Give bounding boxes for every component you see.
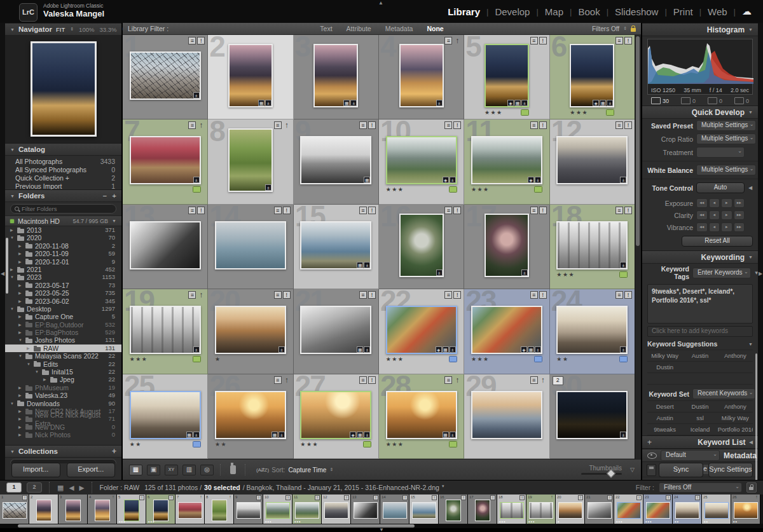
develop-badge-icon[interactable]: ±: [364, 262, 370, 268]
grid-cell[interactable]: 6≡!◈▦±★★★: [550, 35, 635, 119]
metadata-list-badge-icon[interactable]: ≡: [615, 37, 623, 44]
star-rating[interactable]: ★: [215, 356, 221, 362]
color-label-badge[interactable]: [193, 356, 201, 362]
color-label-badge[interactable]: [606, 109, 614, 116]
toolbar-options-icon[interactable]: ▽: [630, 467, 635, 473]
module-develop[interactable]: Develop: [495, 6, 530, 17]
sync-button[interactable]: Sync: [659, 463, 703, 477]
metadata-warning-badge-icon[interactable]: !: [539, 207, 547, 214]
filmstrip-thumbnail[interactable]: [475, 500, 490, 521]
photo-thumbnail[interactable]: [215, 221, 286, 269]
keyword-suggestion[interactable]: [718, 373, 753, 385]
photo-thumbnail[interactable]: ±: [130, 306, 201, 354]
color-label-badge[interactable]: [534, 186, 542, 193]
metadata-warning-badge-icon[interactable]: !: [197, 207, 205, 214]
chevron-right-icon[interactable]: ▶: [18, 329, 23, 336]
photo-thumbnail[interactable]: ▦±: [228, 44, 273, 107]
metadata-list-badge-icon[interactable]: ≡: [359, 121, 367, 129]
color-label-badge[interactable]: [521, 109, 529, 116]
develop-badge-icon[interactable]: ±: [620, 346, 626, 353]
chevron-down-icon[interactable]: ▼: [10, 305, 15, 313]
star-rating[interactable]: ★★★: [130, 356, 148, 362]
folder-item[interactable]: ▶EP:Bag,Outdoor532: [5, 321, 121, 329]
metadata-unsaved-arrow-icon[interactable]: ↑: [197, 291, 205, 299]
photo-thumbnail[interactable]: ◈±: [386, 136, 457, 184]
develop-badge-icon[interactable]: ±: [521, 100, 528, 106]
star-rating[interactable]: ★★★: [556, 271, 575, 278]
develop-badge-icon[interactable]: ±: [350, 100, 357, 106]
metadata-unsaved-arrow-icon[interactable]: ↑: [283, 121, 291, 129]
metadata-list-badge-icon[interactable]: ≡: [444, 207, 452, 214]
metadata-list-badge-icon[interactable]: ≡: [359, 376, 367, 384]
bottom-edge[interactable]: ▼: [0, 528, 763, 532]
develop-badge-icon[interactable]: ±: [265, 184, 272, 191]
collapse-left-arrow[interactable]: ◀: [0, 271, 5, 276]
filmstrip-cell[interactable]: 26↑••: [731, 494, 760, 524]
photo-thumbnail[interactable]: ◈▦±: [485, 44, 529, 107]
loupe-view-button[interactable]: ▣: [147, 465, 160, 475]
settings-badge-icon[interactable]: ▦: [186, 432, 193, 438]
metadata-warning-badge-icon[interactable]: !: [453, 121, 461, 129]
star-rating[interactable]: ★★★: [386, 441, 404, 447]
filmstrip-thumbnail[interactable]: [500, 502, 524, 519]
chevron-right-icon[interactable]: ▶: [10, 266, 15, 273]
filmstrip-cell[interactable]: 22!•••: [614, 494, 643, 524]
filmstrip-cell[interactable]: 11!•••: [292, 494, 322, 524]
grid-cell[interactable]: 26≡↑▦±★★: [208, 374, 293, 459]
metadata-warning-badge-icon[interactable]: !: [283, 291, 291, 299]
settings-badge-icon[interactable]: ▦: [258, 100, 265, 106]
grid-cell[interactable]: 9≡!▦: [294, 119, 379, 204]
folder-item[interactable]: ▶2023-06-02345: [5, 297, 121, 305]
folder-item[interactable]: ▶2020-12-019: [5, 258, 121, 266]
filmstrip-cell[interactable]: 16!: [439, 494, 468, 524]
metadata-warning-badge-icon[interactable]: !: [624, 207, 632, 214]
keyword-set-dropdown[interactable]: Recent Keywords: [692, 388, 755, 399]
keyword-set-item[interactable]: Desert: [647, 401, 682, 413]
filmstrip-thumbnail[interactable]: [383, 502, 407, 519]
color-label-badge[interactable]: [619, 271, 628, 278]
grid-cell[interactable]: 22≡!◈▦±★★★: [379, 289, 464, 374]
metadata-list-badge-icon[interactable]: ≡: [530, 291, 538, 299]
histogram-graph[interactable]: ISO 1250 35 mm f / 14 2.0 sec: [647, 39, 753, 95]
color-label-badge[interactable]: [193, 186, 201, 193]
filmstrip-scrollbar-thumb[interactable]: [18, 524, 415, 528]
keyword-suggestion[interactable]: Milky Way: [647, 350, 682, 362]
photo-thumbnail[interactable]: ▦±: [386, 391, 457, 439]
develop-badge-icon[interactable]: ±: [265, 100, 272, 106]
catalog-item[interactable]: Quick Collection +2: [5, 174, 121, 182]
brush-badge-icon[interactable]: ◈: [521, 346, 527, 353]
metadata-list-badge-icon[interactable]: ≡: [615, 121, 623, 129]
color-label-badge[interactable]: [363, 441, 371, 447]
metadata-list-badge-icon[interactable]: ≡: [444, 376, 452, 384]
folder-item[interactable]: ▶Nick Photos0: [5, 431, 121, 439]
metadata-list-badge-icon[interactable]: ≡: [444, 121, 452, 129]
filmstrip-thumbnail[interactable]: [95, 500, 110, 521]
sort-value[interactable]: Capture Time: [288, 467, 326, 474]
increase-large-button[interactable]: ▸▸: [734, 198, 745, 208]
module-book[interactable]: Book: [578, 6, 600, 17]
volume-browser[interactable]: Macintosh HD 54.7 / 995 GB ▼: [5, 215, 121, 226]
treatment-dropdown[interactable]: [696, 147, 745, 158]
photo-thumbnail[interactable]: ▦±: [300, 221, 371, 269]
filmstrip-source-arrow-icon[interactable]: ▾: [442, 484, 444, 491]
increase-button[interactable]: ▸: [721, 222, 732, 232]
collections-add-icon[interactable]: +: [112, 447, 116, 456]
star-rating[interactable]: ★★★: [386, 356, 404, 362]
filter-lock-button[interactable]: [746, 482, 757, 493]
metadata-list-badge-icon[interactable]: ≡: [615, 207, 623, 214]
filmstrip-thumbnail[interactable]: [3, 502, 27, 519]
photo-thumbnail[interactable]: ±: [556, 136, 628, 184]
color-label-badge[interactable]: [449, 441, 457, 447]
develop-badge-icon[interactable]: ±: [450, 432, 456, 438]
metadata-unsaved-arrow-icon[interactable]: ↑: [197, 121, 205, 129]
settings-badge-icon[interactable]: ▦: [343, 100, 350, 106]
catalog-item[interactable]: All Synced Photographs0: [5, 166, 121, 174]
right-panel-scrollbar[interactable]: [755, 353, 757, 481]
filmstrip-thumbnail[interactable]: [588, 502, 612, 519]
grid-cell[interactable]: 16≡!±: [379, 205, 464, 289]
chevron-right-icon[interactable]: ▶: [18, 250, 23, 257]
stack-count-badge[interactable]: 2: [553, 376, 563, 385]
photo-thumbnail[interactable]: ±: [215, 306, 286, 354]
people-view-button[interactable]: ◎: [200, 465, 214, 475]
module-library[interactable]: Library: [448, 6, 480, 17]
